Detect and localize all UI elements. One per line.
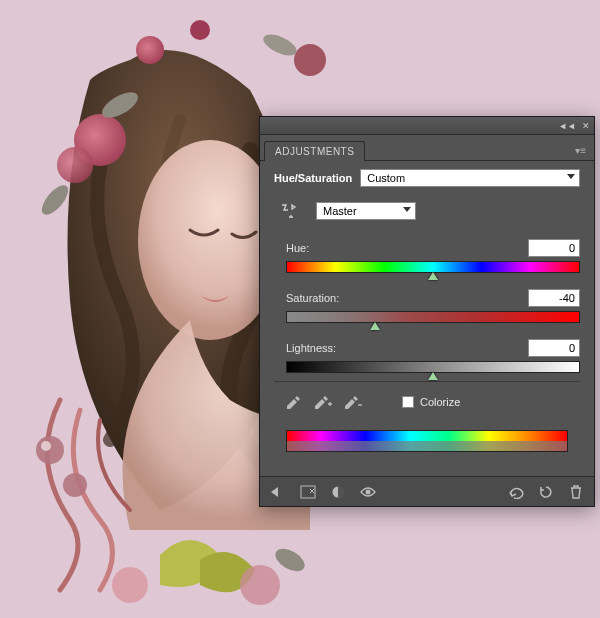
clip-to-layer-icon[interactable] [328,482,348,502]
channel-dropdown[interactable]: Master [316,202,416,220]
lightness-input[interactable] [528,339,580,357]
hue-label: Hue: [286,242,309,254]
svg-point-2 [57,147,93,183]
svg-point-14 [272,544,309,576]
svg-point-11 [63,473,87,497]
reset-icon[interactable] [536,482,556,502]
lightness-slider-handle[interactable] [428,372,438,380]
adjustment-type-label: Hue/Saturation [274,172,352,184]
colorize-checkbox[interactable]: Colorize [402,396,460,408]
eyedropper-plus-icon[interactable] [314,394,332,410]
svg-point-12 [112,567,148,603]
eyedropper-minus-icon[interactable] [344,394,362,410]
targeted-adjustment-icon[interactable] [278,201,298,221]
saturation-slider[interactable] [286,311,580,323]
trash-icon[interactable] [566,482,586,502]
visibility-icon[interactable] [358,482,378,502]
panel-tabs: ADJUSTMENTS ▾≡ [260,135,594,160]
saturation-group: Saturation: [274,289,580,323]
channel-row: Master [274,201,580,221]
eyedropper-row: Colorize [274,394,580,410]
hue-group: Hue: [274,239,580,273]
svg-point-4 [190,20,210,40]
hue-slider-handle[interactable] [428,272,438,280]
collapse-icon[interactable]: ◄◄ [558,121,576,131]
range-bar-bottom [287,441,567,451]
saturation-label: Saturation: [286,292,339,304]
back-icon[interactable] [268,482,288,502]
close-icon[interactable]: ✕ [582,121,590,131]
svg-point-9 [36,436,64,464]
adjustments-panel: ◄◄ ✕ ADJUSTMENTS ▾≡ Hue/Saturation Custo… [259,116,595,507]
expanded-view-icon[interactable] [298,482,318,502]
preset-row: Hue/Saturation Custom [274,169,580,187]
divider [274,381,580,382]
panel-menu-icon[interactable]: ▾≡ [567,141,594,160]
panel-body: Hue/Saturation Custom Master Hue: [260,160,594,476]
eyedropper-icon[interactable] [286,394,302,410]
lightness-group: Lightness: [274,339,580,373]
chevron-down-icon [567,174,575,179]
channel-value: Master [323,205,357,217]
svg-point-17 [366,489,371,494]
hue-slider[interactable] [286,261,580,273]
preset-dropdown[interactable]: Custom [360,169,580,187]
svg-point-7 [260,30,299,60]
lightness-slider[interactable] [286,361,580,373]
tab-adjustments[interactable]: ADJUSTMENTS [264,141,365,161]
svg-point-5 [294,44,326,76]
checkbox-icon [402,396,414,408]
range-bar-top [287,431,567,441]
colorize-label: Colorize [420,396,460,408]
hue-input[interactable] [528,239,580,257]
lightness-label: Lightness: [286,342,336,354]
saturation-input[interactable] [528,289,580,307]
svg-point-10 [41,441,51,451]
svg-point-8 [37,181,72,219]
preset-value: Custom [367,172,405,184]
color-range-bars [286,430,568,452]
previous-state-icon[interactable] [506,482,526,502]
chevron-down-icon [403,207,411,212]
saturation-slider-handle[interactable] [370,322,380,330]
panel-footer [260,476,594,506]
svg-point-13 [240,565,280,605]
svg-point-3 [136,36,164,64]
panel-titlebar: ◄◄ ✕ [260,117,594,135]
